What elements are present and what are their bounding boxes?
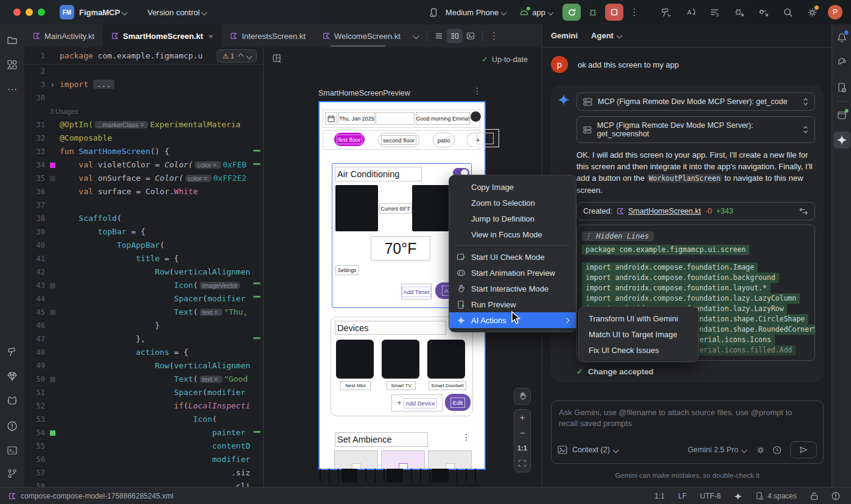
code-line[interactable]: 42 Row(verticalAlignmen [24,265,263,279]
code-line[interactable]: 53 Icon( [24,413,263,426]
add-device-button[interactable]: +Add Device [391,394,443,411]
gemini-status-spark-icon[interactable] [734,492,742,500]
search-icon[interactable] [779,4,796,21]
code-line[interactable]: 52 if(LocalInspecti [24,399,263,413]
caret-position[interactable]: 1:1 [654,492,665,500]
zoom-window-button[interactable] [38,9,45,16]
diff-icon[interactable] [799,208,808,215]
rerun-button[interactable] [562,4,581,21]
menu-item-start-interactive-mode[interactable]: Start Interactive Mode [449,281,576,296]
tab-welcomescreen[interactable]: WelcomeScreen.kt [314,24,409,47]
close-window-button[interactable] [13,9,21,16]
code-line[interactable]: 58 .cli [24,480,263,487]
code-line[interactable]: 31@OptIn(...markerClass = ExperimentalMa… [24,118,263,131]
add-timer-button[interactable]: Add Timer [401,284,432,299]
tool-call-get-code[interactable]: MCP (Figma Remote Dev Mode MCP Server): … [576,93,815,111]
code-line[interactable]: 37 [24,198,263,212]
tab-scrollbar-thumb[interactable] [331,45,385,47]
code-line[interactable]: 39 topBar = { [24,225,263,239]
code-line[interactable]: 34 val violetColor = Color(color = 0xFEB [24,158,263,172]
prev-issue-chevron-icon[interactable] [238,53,244,59]
menu-item-match-ui-to-target-image[interactable]: Match UI to Target Image [579,326,698,342]
code-line[interactable]: 51 Spacer(modifier [24,386,263,399]
ambience-card[interactable] [428,450,472,470]
code-line[interactable]: 50 Text(text = "Good [24,373,263,386]
editor-options-kebab[interactable]: ⋮ [486,29,502,43]
code-line[interactable]: 30 [24,91,263,105]
code-line[interactable]: 3›import ... [24,78,263,91]
notifications-bell-icon[interactable] [833,29,850,46]
code-line[interactable]: 47 }, [24,332,263,346]
chip-patio[interactable]: patio [433,133,455,147]
profiler-trace-icon[interactable] [755,4,772,21]
mode-selector[interactable]: Agent [591,31,622,40]
logcat-cat-icon[interactable] [4,392,21,409]
zoom-in-button[interactable]: + [514,410,530,425]
preview-kebab-menu[interactable]: ⋮ [473,88,482,94]
breadcrumb[interactable]: compose-compose-model-1758866285245.xml [0,492,173,500]
tab-interestsscreen[interactable]: InterestsScreen.kt [222,24,314,47]
line-separator[interactable]: LF [678,492,687,500]
file-encoding[interactable]: UTF-8 [700,492,721,500]
code-line[interactable]: 49 Row(verticalAlignmen [24,359,263,373]
more-tool-windows-icon[interactable]: ⋯ [4,80,21,97]
next-issue-chevron-icon[interactable] [247,53,253,59]
stop-button[interactable] [605,4,623,21]
indent-widget[interactable]: 4 spaces [755,492,797,500]
code-line[interactable]: 46 } [24,319,263,332]
code-line[interactable]: 33fun SmartHomeScreen() { [24,145,263,158]
inspection-widget[interactable]: ⚠1 [217,49,257,63]
ambience-kebab-menu[interactable]: ⋮ [462,434,471,440]
zoom-ratio-button[interactable]: 1:1 [514,440,530,455]
code-line[interactable]: 44 Spacer(modifier [24,292,263,306]
code-view-button[interactable] [431,29,447,43]
hidden-lines-chip[interactable]: ⋮ Hidden Lines [582,231,654,241]
code-line[interactable]: 32@Composable [24,131,263,145]
terminal-icon[interactable] [4,442,21,459]
code-line[interactable]: 3 Usages [24,105,263,118]
menu-item-start-ui-check-mode[interactable]: Start UI Check Mode [449,249,576,265]
sync-translate-icon[interactable]: A [682,4,699,21]
menu-item-zoom-to-selection[interactable]: Zoom to Selection [449,195,576,211]
code-line[interactable]: 48 actions = { [24,346,263,359]
build-hammer-icon[interactable] [657,4,674,21]
code-editor[interactable]: 1 package com.example.figmamcp.u ⚠1 23›i… [24,47,263,487]
created-file-row[interactable]: Created: SmartHomeScreen.kt -0 +343 [576,202,815,220]
device-selector[interactable]: Medium Phone [426,4,506,21]
code-line[interactable]: 40 TopAppBar( [24,239,263,252]
gradle-elephant-icon[interactable] [833,54,850,71]
zoom-out-button[interactable]: − [514,425,530,440]
project-folder-icon[interactable] [4,32,21,49]
code-line[interactable]: 35 val onSurface = Color(color = 0xFF2E2 [24,172,263,185]
menu-item-view-in-focus-mode[interactable]: View in Focus Mode [449,226,576,242]
error-circle-icon[interactable] [832,492,840,500]
device-manager-icon[interactable] [833,79,850,96]
code-line[interactable]: 36 val surface = Color.White [24,185,263,198]
zoom-to-fit-button[interactable] [514,455,530,471]
ac-settings-label[interactable]: Settings [335,265,359,275]
ambience-card[interactable] [381,450,425,470]
problems-icon[interactable] [4,418,21,435]
code-line[interactable]: 55 contentD [24,439,263,453]
chip-second-floor[interactable]: second floor [378,133,419,147]
menu-item-transform-ui-with-gemini[interactable]: Transform UI with Gemini [579,310,698,326]
send-button[interactable] [790,441,817,458]
attach-image-icon[interactable] [558,446,567,454]
device-image[interactable] [382,340,419,379]
code-line[interactable]: 43 Icon(imageVector [24,279,263,292]
more-actions-kebab[interactable]: ⋮ [626,4,643,21]
code-line[interactable]: 38 Scaffold( [24,212,263,225]
settings-gear-icon[interactable] [804,4,821,21]
history-clock-icon[interactable] [772,446,782,455]
project-widget[interactable]: FM FigmaMCP [60,5,127,19]
vcs-widget[interactable]: Version control [142,8,206,17]
resource-manager-icon[interactable] [4,56,21,73]
lock-icon[interactable] [810,492,818,500]
gemini-tool-window-icon[interactable] [833,131,850,149]
todo-list-icon[interactable]: 5 [706,4,723,21]
device-image[interactable] [336,340,374,379]
debug-button[interactable] [584,4,601,21]
code-line[interactable]: 57 .siz [24,466,263,480]
design-view-button[interactable] [463,29,478,43]
version-control-branch-icon[interactable] [4,465,21,482]
